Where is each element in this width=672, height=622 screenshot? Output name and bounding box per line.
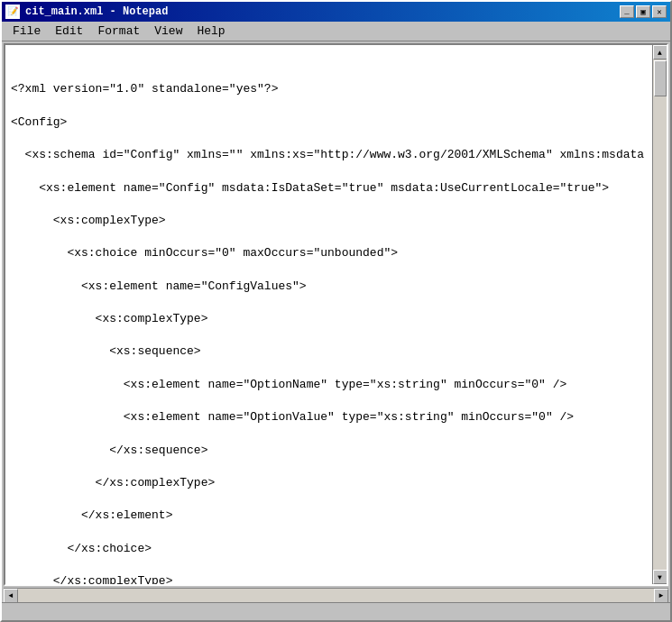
editor-line: <xs:schema id="Config" xmlns="" xmlns:xs… [11,147,647,163]
app-icon: 📝 [5,5,20,19]
scroll-down-button[interactable]: ▼ [653,570,667,584]
menu-format[interactable]: Format [90,23,147,40]
menu-file[interactable]: File [5,23,48,40]
scroll-thumb-v[interactable] [654,60,667,96]
menu-edit[interactable]: Edit [48,23,90,40]
scroll-left-button[interactable]: ◄ [4,589,18,603]
editor-line: <xs:complexType> [11,311,647,327]
editor-line: <xs:element name="ConfigValues"> [11,279,647,295]
scroll-up-button[interactable]: ▲ [653,45,667,59]
editor-line: </xs:element> [11,508,647,524]
editor-line: <Config> [11,114,647,131]
editor-line: <xs:choice minOccurs="0" maxOccurs="unbo… [11,245,647,261]
menu-help[interactable]: Help [189,23,232,40]
editor-line: <?xml version="1.0" standalone="yes"?> [11,81,647,97]
editor-line: <xs:element name="OptionName" type="xs:s… [11,377,647,393]
close-button[interactable]: ✕ [652,5,667,18]
title-bar-text: 📝 cit_main.xml - Notepad [5,5,168,19]
editor-line: </xs:choice> [11,541,647,557]
window-title: cit_main.xml - Notepad [25,5,168,18]
minimize-button[interactable]: _ [620,5,634,18]
editor-line: </xs:complexType> [11,573,647,584]
editor-line: <xs:sequence> [11,343,647,360]
title-bar: 📝 cit_main.xml - Notepad _ ▣ ✕ [2,2,670,22]
title-bar-controls: _ ▣ ✕ [620,5,667,18]
scroll-right-button[interactable]: ► [654,589,668,603]
editor-line: </xs:complexType> [11,475,647,491]
editor-line: </xs:sequence> [11,443,647,459]
horizontal-scrollbar[interactable]: ◄ ► [4,588,668,602]
editor-line: <xs:element name="OptionValue" type="xs:… [11,409,647,425]
menu-view[interactable]: View [147,23,189,40]
restore-button[interactable]: ▣ [636,5,650,18]
scroll-track-h[interactable] [18,589,654,602]
vertical-scrollbar[interactable]: ▲ ▼ [652,45,667,584]
status-bar [2,602,670,620]
menu-bar: File Edit Format View Help [2,22,670,41]
editor-line: <xs:element name="Config" msdata:IsDataS… [11,180,647,197]
main-window: 📝 cit_main.xml - Notepad _ ▣ ✕ File Edit… [0,0,672,622]
editor-content[interactable]: <?xml version="1.0" standalone="yes"?> <… [5,45,652,584]
editor-container: <?xml version="1.0" standalone="yes"?> <… [4,43,668,586]
editor-line: <xs:complexType> [11,213,647,229]
scroll-track-v[interactable] [653,59,667,570]
